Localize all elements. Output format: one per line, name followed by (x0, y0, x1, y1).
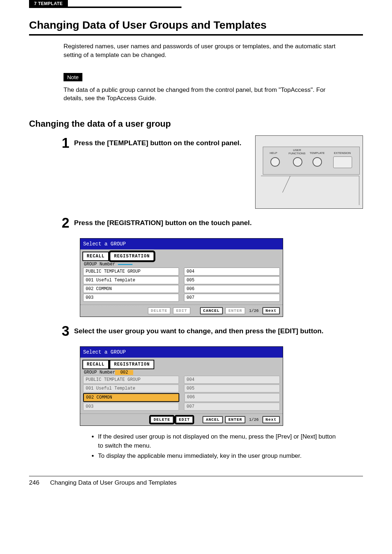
group-number-label: GROUP Number (84, 370, 115, 375)
group-row[interactable]: 001 Useful Template (83, 384, 179, 392)
bullet-item: To display the applicable menu immediate… (98, 452, 341, 461)
delete-button[interactable]: DELETE (150, 416, 173, 423)
group-row-selected[interactable]: 002 COMMON (83, 393, 179, 402)
group-row[interactable]: PUBLIC TEMPLATE GROUP (83, 376, 179, 384)
help-button[interactable] (270, 157, 280, 167)
group-row[interactable]: 005 (184, 384, 280, 392)
step-number: 2 (62, 215, 74, 231)
user-functions-button[interactable] (293, 157, 302, 167)
group-row[interactable]: PUBLIC TEMPLATE GROUP (83, 268, 179, 276)
edit-button[interactable]: EDIT (173, 307, 190, 314)
footer-title: Changing Data of User Groups and Templat… (50, 479, 176, 486)
group-row[interactable]: 003 (83, 294, 179, 302)
step-text: Select the user group you want to change… (74, 326, 363, 336)
help-label: HELP (270, 151, 277, 155)
next-button[interactable]: Next (262, 307, 280, 314)
note-text: The data of a public group cannot be cha… (64, 86, 347, 103)
cancel-button[interactable]: CANCEL (200, 307, 223, 314)
registration-tab[interactable]: REGISTRATION (110, 360, 154, 369)
screen-title: Select a GROUP (80, 347, 283, 358)
group-row[interactable]: 006 (184, 285, 280, 293)
page-indicator: 1/26 (249, 309, 258, 313)
page-number: 246 (29, 479, 50, 486)
group-row[interactable]: 002 COMMON (83, 285, 179, 293)
next-button[interactable]: Next (262, 416, 280, 423)
group-row[interactable]: 005 (184, 276, 280, 284)
cancel-button[interactable]: ANCEL (203, 416, 223, 423)
extension-button[interactable] (333, 156, 352, 168)
section-heading: Changing the data of a user group (29, 119, 363, 129)
enter-button[interactable]: ENTER (225, 416, 245, 423)
group-number-label: GROUP Number (84, 262, 115, 267)
user-functions-label: USER FUNCTIONS (289, 148, 306, 155)
group-row[interactable]: 004 (184, 268, 280, 276)
intro-text: Registered names, user names and passwor… (64, 42, 347, 60)
template-button[interactable] (313, 157, 322, 167)
group-row[interactable]: 007 (184, 403, 280, 411)
bullet-item: If the desired user group is not display… (98, 432, 341, 450)
edit-button[interactable]: EDIT (176, 416, 193, 423)
group-row[interactable]: 001 Useful Template (83, 276, 179, 284)
touch-panel-screenshot-2: Select a GROUP RECALL REGISTRATION GROUP… (80, 346, 283, 426)
recall-tab[interactable]: RECALL (82, 252, 110, 261)
template-label: TEMPLATE (310, 151, 325, 155)
extension-label: EXTENSION (334, 151, 351, 155)
group-row[interactable]: 003 (83, 403, 179, 411)
touch-panel-screenshot-1: Select a GROUP RECALL REGISTRATION GROUP… (80, 238, 283, 317)
group-number-value[interactable]: 002 (115, 370, 133, 375)
page-indicator: 1/26 (249, 417, 258, 422)
enter-button[interactable]: ENTER (225, 307, 245, 314)
delete-button[interactable]: DELETE (148, 307, 171, 314)
group-row[interactable]: 004 (184, 376, 280, 384)
recall-tab[interactable]: RECALL (82, 360, 110, 369)
registration-tab[interactable]: REGISTRATION (110, 252, 154, 261)
control-panel-illustration: HELP USER FUNCTIONS TEMPLATE EXTENSION (255, 135, 363, 209)
step-text: Press the [TEMPLATE] button on the contr… (74, 138, 248, 148)
step-text: Press the [REGISTRATION] button on the t… (74, 218, 363, 228)
step-number: 1 (62, 135, 74, 151)
page-title: Changing Data of User Groups and Templat… (29, 19, 363, 31)
group-row[interactable]: 006 (184, 393, 280, 402)
screen-title: Select a GROUP (80, 239, 283, 249)
chapter-tab: 7 TEMPLATE (29, 0, 68, 8)
group-row[interactable]: 007 (184, 294, 280, 302)
group-number-field[interactable] (118, 264, 132, 265)
step-number: 3 (62, 323, 74, 339)
note-badge: Note (64, 73, 82, 81)
